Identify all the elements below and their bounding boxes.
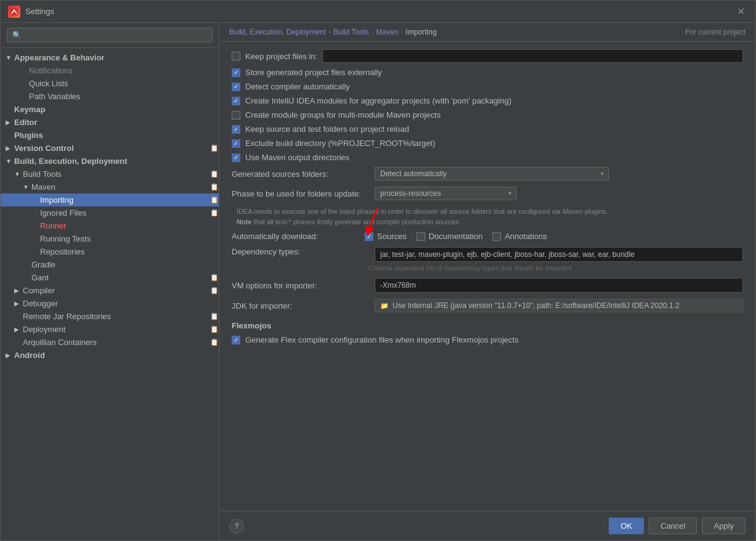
sidebar-item-path-variables[interactable]: Path Variables [1, 90, 219, 103]
sidebar-item-gradle[interactable]: Gradle [1, 258, 219, 271]
label-create-intellij: Create IntelliJ IDEA modules for aggrega… [245, 96, 511, 105]
sidebar-item-label: Keymap [14, 105, 219, 114]
sidebar-item-label: Build Tools [23, 169, 208, 179]
search-box [1, 23, 219, 48]
cancel-button[interactable]: Cancel [649, 518, 697, 534]
sidebar-item-quick-lists[interactable]: Quick Lists [1, 77, 219, 90]
sidebar-item-ignored-files[interactable]: Ignored Files 📋 [1, 206, 219, 219]
sidebar-item-compiler[interactable]: ▶ Compiler 📋 [1, 284, 219, 297]
sidebar-item-label: Deployment [23, 325, 208, 334]
checkbox-sources[interactable] [365, 232, 373, 241]
project-files-path-input[interactable] [322, 49, 743, 63]
jdk-row: JDK for importer: 📁 Use Internal JRE (ja… [232, 299, 743, 312]
sidebar-item-label: Appearance & Behavior [14, 53, 206, 62]
sidebar-item-debugger[interactable]: ▶ Debugger [1, 297, 219, 310]
checkbox-exclude-build[interactable] [232, 139, 240, 148]
note-bold: Note [237, 218, 251, 226]
sidebar-item-label: Quick Lists [29, 79, 219, 88]
sidebar-item-running-tests[interactable]: Running Tests [1, 232, 219, 245]
sidebar-item-appearance[interactable]: ▼ Appearance & Behavior [1, 51, 219, 64]
sidebar-item-arquillian[interactable]: Arquillian Containers 📋 [1, 336, 219, 349]
sidebar-item-runner[interactable]: Runner [1, 219, 219, 232]
sidebar-item-android[interactable]: ▶ Android [1, 349, 219, 362]
sidebar-item-remote-jar[interactable]: Remote Jar Repositories 📋 [1, 310, 219, 323]
vm-input[interactable] [375, 278, 743, 293]
close-button[interactable]: ✕ [733, 4, 748, 19]
sidebar-item-maven[interactable]: ▼ Maven 📋 [1, 181, 219, 193]
sidebar-item-notifications[interactable]: Notifications [1, 64, 219, 77]
label-exclude-build: Exclude build directory (%PROJECT_ROOT%/… [245, 139, 435, 148]
label-store-generated: Store generated project files externally [245, 68, 382, 77]
sidebar-item-importing[interactable]: Importing 📋 [1, 193, 219, 206]
sidebar-item-label: Arquillian Containers [23, 338, 208, 347]
checkbox-keep-source[interactable] [232, 125, 240, 134]
arrow-icon: ▶ [6, 145, 14, 152]
sidebar-item-label: Compiler [23, 286, 208, 295]
main-panel: Build, Execution, Deployment › Build Too… [219, 23, 755, 540]
checkbox-annotations[interactable] [492, 232, 501, 241]
auto-download-label: Automatically download: [232, 232, 355, 241]
sidebar-item-editor[interactable]: ▶ Editor [1, 116, 219, 129]
auto-download-row: Automatically download: [232, 232, 743, 241]
checkbox-create-intellij[interactable] [232, 97, 240, 105]
label-detect-compiler: Detect compiler automatically [245, 82, 350, 91]
sidebar-item-version-control[interactable]: ▶ Version Control 📋 [1, 142, 219, 155]
search-input[interactable] [7, 28, 213, 43]
arrow-icon: ▶ [14, 300, 23, 307]
apply-button[interactable]: Apply [702, 518, 746, 534]
gant-icon: 📋 [210, 274, 219, 282]
sidebar-item-deployment[interactable]: ▶ Deployment 📋 [1, 323, 219, 336]
phase-label: Phase to be used for folders update: [232, 189, 367, 198]
sidebar-item-gant[interactable]: Gant 📋 [1, 271, 219, 284]
settings-icon2: 📋 [210, 144, 219, 152]
file-icon2: 📋 [210, 209, 219, 217]
checkbox-detect-compiler[interactable] [232, 83, 240, 91]
arrow-icon: ▶ [14, 326, 23, 333]
arrow-icon: ▶ [6, 119, 14, 126]
sidebar-item-label: Gradle [31, 260, 219, 269]
arrow-icon: ▼ [6, 54, 14, 61]
phase-select[interactable]: process-resources generate-sources gener… [375, 187, 516, 200]
help-button[interactable]: ? [229, 519, 244, 534]
checkbox-documentation[interactable] [417, 232, 425, 241]
sidebar-item-keymap[interactable]: Keymap [1, 103, 219, 116]
setting-create-module-groups: Create module groups for multi-module Ma… [232, 110, 743, 120]
dep-types-input[interactable] [375, 247, 743, 262]
setting-flex: Generate Flex compiler configuration fil… [232, 335, 743, 344]
breadcrumb-current: Importing [406, 28, 437, 36]
download-option-sources: Sources [365, 232, 407, 241]
setting-keep-source: Keep source and test folders on project … [232, 124, 743, 134]
breadcrumb: Build, Execution, Deployment › Build Too… [219, 23, 755, 42]
checkbox-flex[interactable] [232, 336, 240, 344]
sidebar-item-build-exec[interactable]: ▼ Build, Execution, Deployment [1, 155, 219, 168]
ok-button[interactable]: OK [609, 518, 644, 534]
settings-window: Settings ✕ ▼ Appearance & Behavior Notif… [0, 0, 756, 541]
remote-icon: 📋 [210, 312, 219, 320]
for-project-label: For current project [685, 28, 746, 36]
sidebar-item-label: Ignored Files [40, 208, 208, 218]
label-keep-project-files: Keep project files in: [245, 52, 317, 61]
deployment-icon: 📋 [210, 325, 219, 333]
checkbox-use-maven-output[interactable] [232, 153, 240, 162]
sidebar-item-label: Plugins [14, 131, 219, 140]
jdk-select[interactable]: 📁 Use Internal JRE (java version "11.0.7… [375, 299, 743, 312]
compiler-icon: 📋 [210, 287, 219, 295]
label-documentation: Documentation [429, 232, 482, 241]
generated-sources-select[interactable]: Detect automatically None target/generat… [375, 167, 609, 181]
setting-keep-project-files: Keep project files in: [232, 49, 743, 63]
checkbox-store-generated[interactable] [232, 68, 240, 77]
breadcrumb-sep3: › [401, 28, 404, 36]
vm-label: VM options for importer: [232, 281, 367, 290]
checkbox-keep-project-files[interactable] [232, 52, 240, 60]
sidebar-item-label: Runner [40, 221, 219, 230]
label-flex: Generate Flex compiler configuration fil… [245, 335, 519, 344]
sidebar-item-repositories[interactable]: Repositories [1, 245, 219, 258]
sidebar-item-label: Remote Jar Repositories [23, 312, 208, 321]
arrow-icon: ▼ [23, 184, 31, 190]
sidebar-item-plugins[interactable]: Plugins [1, 129, 219, 142]
sidebar-item-build-tools[interactable]: ▼ Build Tools 📋 [1, 168, 219, 181]
checkbox-create-module-groups[interactable] [232, 111, 240, 120]
breadcrumb-part3: Maven [376, 28, 399, 36]
note-content: IDEA needs to execute one of the listed … [237, 208, 608, 215]
generated-sources-row: Generated sources folders: Detect automa… [232, 167, 743, 181]
